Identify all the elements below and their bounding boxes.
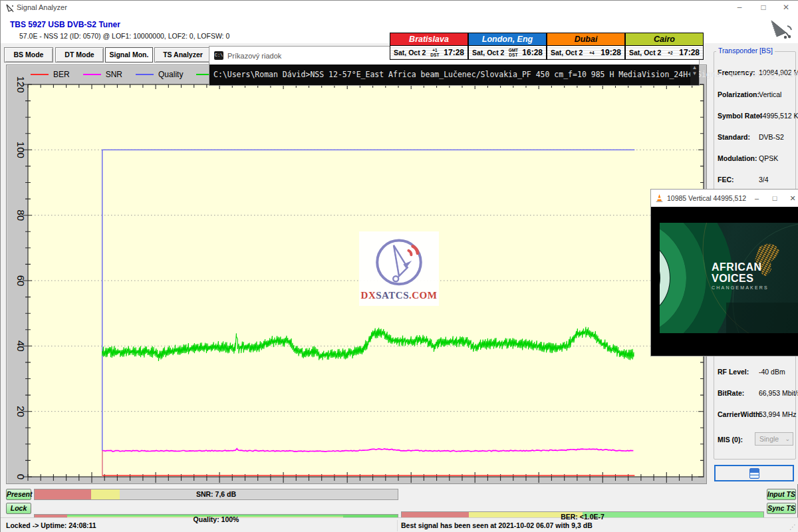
vlc-cone-icon	[655, 194, 664, 203]
signal-analyzer-window: Signal Analyzer – □ ✕ TBS 5927 USB DVB-S…	[0, 0, 798, 532]
present-button[interactable]: Present	[6, 489, 31, 500]
ber-line-swatch	[31, 74, 49, 75]
video-window-title: 10985 Vertical 44995,512 / RF: -4...	[667, 194, 746, 202]
signal-chart: 020406080100120	[7, 65, 708, 485]
clock-offset: +4	[589, 51, 594, 55]
clock-date: Sat, Oct 2	[394, 49, 426, 57]
svg-text:60: 60	[15, 275, 27, 287]
clock-time: 16:28	[522, 48, 543, 57]
svg-text:100: 100	[15, 142, 27, 158]
clock-london: London, Eng Sat, Oct 2 GMTDST 16:28	[468, 33, 547, 60]
tuner-info: 57.0E - NSS 12 (ID: 0570) @ LOF1: 100000…	[19, 32, 229, 40]
maximize-icon[interactable]: □	[752, 1, 775, 15]
mis-dropdown[interactable]: Single ⌄	[755, 432, 793, 446]
clock-dst: DST	[430, 53, 439, 57]
clock-dst: DST	[509, 53, 517, 57]
terminal-command-line: C:\Users\Roman Dávid>NSS 12-57°E_East Af…	[213, 70, 798, 79]
field-carrier-width: CarrierWidth:53,994 MHz	[718, 410, 796, 418]
dxsatcs-watermark: DXSATCS.COM	[359, 231, 439, 306]
dt-mode-button[interactable]: DT Mode	[55, 47, 104, 63]
video-frame: AFRICAN VOICES CHANGEMAKERS	[660, 223, 798, 333]
dxsatcs-text: DXSATCS.COM	[361, 290, 438, 301]
cmd-icon: C:\	[214, 51, 223, 60]
bs-mode-button[interactable]: BS Mode	[4, 47, 53, 63]
satellite-dish-icon	[767, 18, 795, 41]
field-polarization: Polarization:Vertical	[718, 90, 796, 98]
field-symbol-rate: Symbol Rate:44995,512 KS/s	[718, 112, 796, 120]
terminal-scrollbar[interactable]: ▲ ▼	[690, 65, 699, 85]
clock-time: 17:28	[444, 48, 464, 57]
best-signal-status: Best signal has been seen at 2021-10-02 …	[401, 521, 593, 529]
input-ts-button[interactable]: Input TS	[767, 489, 796, 500]
chart-legend: BER SNR Quality Level	[31, 68, 238, 80]
clock-bratislava: Bratislava Sat, Oct 2 +1DST 17:28	[390, 33, 468, 60]
clock-city: London, Eng	[468, 33, 547, 46]
clock-offset: GMT	[509, 48, 518, 53]
transponder-title: Transponder [BS]	[716, 47, 775, 55]
legend-item-snr: SNR	[83, 70, 122, 79]
caption-changemakers: CHANGEMAKERS	[712, 285, 769, 290]
legend-item-quality: Quality	[136, 70, 183, 79]
svg-text:80: 80	[15, 209, 27, 221]
vlc-video-window[interactable]: 10985 Vertical 44995,512 / RF: -4... – □…	[650, 189, 798, 356]
field-modulation: Modulation:QPSK	[718, 154, 796, 162]
playlist-button[interactable]	[714, 465, 794, 481]
clock-offset: +1	[432, 48, 437, 53]
field-bitrate: BitRate:66,953 Mbit/s	[718, 389, 796, 397]
legend-label: BER	[53, 70, 70, 79]
clock-time: 19:28	[600, 48, 621, 57]
clock-city: Cairo	[625, 33, 704, 46]
svg-text:20: 20	[15, 406, 27, 417]
legend-label: SNR	[106, 70, 122, 79]
ts-analyzer-button[interactable]: TS Analyzer (OK)	[154, 47, 211, 63]
svg-text:40: 40	[15, 340, 27, 352]
sync-ts-button[interactable]: Sync TS	[767, 503, 796, 514]
svg-text:0: 0	[15, 474, 27, 479]
clock-dubai: Dubai Sat, Oct 2 +4 19:28	[547, 33, 625, 60]
video-close-icon[interactable]: ✕	[785, 194, 798, 203]
lock-button[interactable]: Lock	[6, 503, 31, 514]
caption-voices: VOICES	[712, 273, 769, 284]
app-dish-icon	[5, 3, 15, 13]
terminal-title: Príkazový riadok	[227, 52, 281, 60]
clock-city: Bratislava	[390, 33, 468, 46]
mis-value: Single	[759, 435, 779, 443]
dish-logo-icon	[372, 237, 426, 290]
resize-grip[interactable]: ⋰	[789, 523, 797, 531]
video-maximize-icon[interactable]: □	[767, 194, 782, 202]
close-icon[interactable]: ✕	[775, 1, 797, 15]
snr-line-swatch	[83, 74, 101, 75]
svg-text:120: 120	[15, 76, 27, 92]
legend-item-ber: BER	[31, 70, 70, 79]
caption-african: AFRICAN	[712, 261, 769, 273]
video-caption: AFRICAN VOICES CHANGEMAKERS	[712, 261, 769, 290]
clock-city: Dubai	[547, 33, 625, 46]
signal-chart-panel: 020406080100120 BER SNR Quality Level	[6, 65, 707, 484]
terminal-body: C:\Users\Roman Dávid>NSS 12-57°E_East Af…	[209, 65, 699, 85]
clock-offset: +2	[668, 51, 672, 55]
clock-date: Sat, Oct 2	[551, 49, 583, 57]
field-rf-level: RF Level:-40 dBm	[718, 368, 796, 376]
scroll-up-icon[interactable]: ▲	[690, 65, 699, 70]
video-minimize-icon[interactable]: –	[749, 194, 764, 202]
dropdown-chevron-icon: ⌄	[785, 433, 790, 445]
clock-time: 17:28	[679, 48, 700, 57]
clock-date: Sat, Oct 2	[472, 49, 504, 57]
snr-bar: SNR: 7,6 dB	[34, 489, 398, 500]
scroll-down-icon[interactable]: ▼	[690, 70, 699, 76]
playlist-icon	[749, 468, 759, 479]
clock-date: Sat, Oct 2	[629, 49, 661, 57]
field-standard: Standard:DVB-S2	[718, 133, 796, 141]
minimize-icon[interactable]: –	[728, 1, 751, 15]
signal-mon-tab[interactable]: Signal Mon.	[105, 47, 153, 63]
tuner-name: TBS 5927 USB DVB-S2 Tuner	[10, 20, 120, 29]
window-title: Signal Analyzer	[17, 3, 67, 11]
legend-label: Quality	[158, 70, 183, 79]
field-fec: FEC:3/4	[718, 176, 796, 184]
mis-label: MIS (0):	[718, 436, 743, 444]
video-title-bar[interactable]: 10985 Vertical 44995,512 / RF: -4... – □…	[651, 190, 798, 207]
video-content: AFRICAN VOICES CHANGEMAKERS	[651, 207, 798, 356]
clock-cairo: Cairo Sat, Oct 2 +2 17:28	[625, 33, 704, 60]
quality-line-swatch	[136, 74, 154, 75]
title-bar: Signal Analyzer – □ ✕	[1, 1, 798, 15]
